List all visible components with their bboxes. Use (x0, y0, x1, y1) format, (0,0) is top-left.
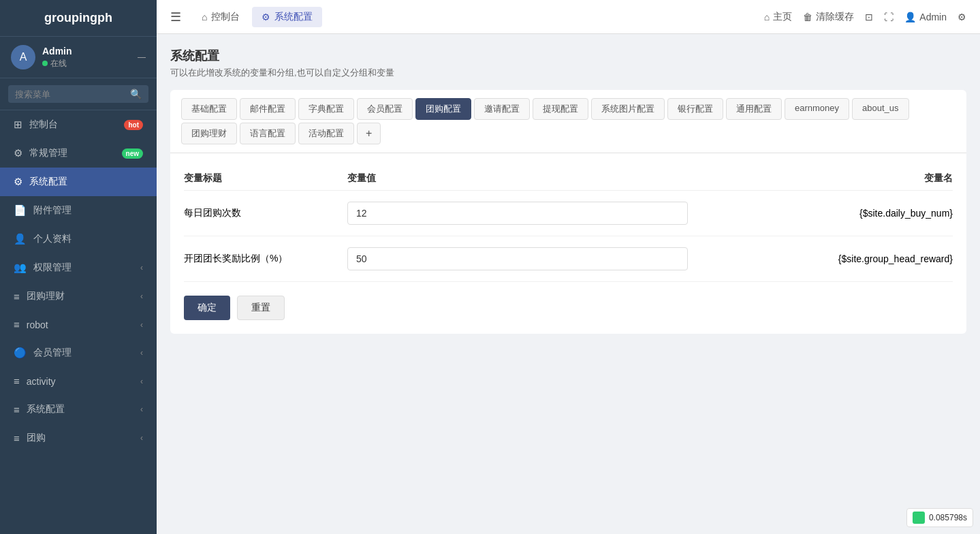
chevron-icon: ‹ (140, 263, 143, 272)
sidebar-item-attachment[interactable]: 📄 附件管理 (0, 196, 157, 225)
header-varname: 变量名 (748, 172, 953, 185)
sidebar-item-label: activity (27, 376, 140, 387)
config-actions: 确定 重置 (184, 296, 953, 320)
sidebar-item-group-finance[interactable]: ≡ 团购理财 ‹ (0, 282, 157, 311)
topbar-tab-sysconfig-tab[interactable]: ⚙系统配置 (252, 7, 322, 27)
sidebar-item-sys-config-2[interactable]: ≡ 系统配置 ‹ (0, 395, 157, 424)
search-icon: 🔍 (130, 89, 142, 99)
sidebar-item-icon: ⊞ (14, 119, 22, 131)
perf-icon (913, 512, 925, 524)
topbar-action-home[interactable]: ⌂主页 (764, 11, 792, 23)
topbar-tab-icon: ⌂ (202, 12, 207, 22)
sidebar-item-label: 系统配置 (27, 403, 140, 415)
row-label: 每日团购次数 (184, 207, 347, 219)
config-tab-withdraw[interactable]: 提现配置 (533, 98, 588, 120)
user-info: Admin 在线 (42, 46, 138, 69)
sidebar-item-label: 会员管理 (33, 347, 140, 359)
tab-add-button[interactable]: + (357, 123, 381, 144)
sidebar-item-label: 个人资料 (33, 233, 143, 245)
sidebar-item-dashboard[interactable]: ⊞ 控制台 hot (0, 110, 157, 139)
row-value (347, 247, 748, 270)
topbar-menu-icon[interactable]: ☰ (170, 10, 181, 25)
sidebar-item-icon: ≡ (14, 319, 20, 330)
row-varname: {$site.group_head_reward} (748, 253, 953, 264)
badge-hot: hot (124, 120, 143, 130)
search-input[interactable] (15, 89, 130, 99)
perf-badge: 0.085798s (906, 508, 973, 527)
sidebar-item-group-buy[interactable]: ≡ 团购 ‹ (0, 424, 157, 452)
action-icon: 🗑 (803, 12, 812, 22)
row-label: 开团团长奖励比例（%） (184, 253, 347, 265)
chevron-icon: ‹ (140, 377, 143, 386)
sidebar-item-icon: ⚙ (14, 147, 22, 159)
sidebar-item-general-mgmt[interactable]: ⚙ 常规管理 new (0, 139, 157, 168)
topbar-action-clear-cache[interactable]: 🗑清除缓存 (803, 11, 854, 23)
action-icon: 👤 (904, 12, 916, 22)
sidebar-item-icon: ≡ (14, 404, 20, 415)
sidebar-item-icon: ≡ (14, 433, 20, 444)
config-tab-invite[interactable]: 邀请配置 (474, 98, 530, 120)
config-tab-image[interactable]: 系统图片配置 (591, 98, 665, 120)
page-title: 系统配置 (170, 48, 966, 64)
topbar-action-avatar[interactable]: 👤Admin (904, 12, 947, 22)
config-tab-earnmoney[interactable]: earnmoney (785, 98, 849, 120)
topbar-action-fullscreen[interactable]: ⛶ (884, 12, 894, 22)
sidebar-item-icon: ≡ (14, 291, 20, 302)
perf-text: 0.085798s (929, 513, 967, 522)
sidebar-item-sys-config[interactable]: ⚙ 系统配置 (0, 168, 157, 196)
chevron-icon: ‹ (140, 292, 143, 301)
sidebar-item-robot[interactable]: ≡ robot ‹ (0, 311, 157, 339)
sidebar-logo: groupingph (0, 0, 157, 37)
sidebar-item-permissions[interactable]: 👥 权限管理 ‹ (0, 253, 157, 282)
sidebar-item-label: 系统配置 (29, 176, 143, 188)
sidebar-item-member-mgmt[interactable]: 🔵 会员管理 ‹ (0, 339, 157, 367)
topbar-tab-dashboard-tab[interactable]: ⌂控制台 (192, 7, 249, 27)
page-header: 系统配置 可以在此增改系统的变量和分组,也可以自定义分组和变量 (170, 48, 966, 79)
main-content: ☰ ⌂控制台⚙系统配置 ⌂主页🗑清除缓存⊡⛶👤Admin⚙ 系统配置 可以在此增… (157, 0, 980, 534)
sidebar-item-label: robot (27, 319, 140, 330)
sidebar-item-label: 附件管理 (33, 204, 143, 217)
config-table-header: 变量标题 变量值 变量名 (184, 167, 953, 191)
user-actions-icon[interactable]: — (138, 52, 146, 62)
header-value: 变量值 (347, 172, 748, 185)
badge-new: new (122, 148, 143, 159)
action-icon: ⚙ (958, 12, 966, 22)
config-tab-basic[interactable]: 基础配置 (181, 98, 237, 120)
search-wrap: 🔍 (8, 85, 148, 103)
topbar-action-icon3[interactable]: ⊡ (865, 12, 873, 22)
config-rows: 每日团购次数 {$site.daily_buy_num} 开团团长奖励比例（%）… (184, 191, 953, 282)
sidebar-item-activity[interactable]: ≡ activity ‹ (0, 367, 157, 395)
config-tab-about[interactable]: about_us (852, 98, 909, 120)
confirm-button[interactable]: 确定 (184, 296, 230, 320)
row-input-0[interactable] (347, 202, 688, 225)
config-card: 变量标题 变量值 变量名 每日团购次数 {$site.daily_buy_num… (170, 153, 966, 334)
sidebar-item-icon: 👥 (14, 262, 27, 274)
config-tab-language[interactable]: 语言配置 (240, 123, 296, 144)
config-tab-email[interactable]: 邮件配置 (240, 98, 296, 120)
topbar-action-settings-icon[interactable]: ⚙ (958, 12, 966, 22)
config-tab-bank[interactable]: 银行配置 (667, 98, 723, 120)
row-value (347, 202, 748, 225)
sidebar-item-icon: 🔵 (14, 347, 27, 359)
sidebar-item-icon: ⚙ (14, 176, 22, 188)
action-label: 主页 (773, 11, 792, 23)
topbar-left: ☰ ⌂控制台⚙系统配置 (170, 7, 322, 27)
topbar: ☰ ⌂控制台⚙系统配置 ⌂主页🗑清除缓存⊡⛶👤Admin⚙ (157, 0, 980, 34)
config-tab-activity-cfg[interactable]: 活动配置 (298, 123, 354, 144)
sidebar-item-icon: 📄 (14, 204, 27, 217)
config-tab-common[interactable]: 通用配置 (726, 98, 782, 120)
row-input-1[interactable] (347, 247, 688, 270)
sidebar-user: A Admin 在线 — (0, 37, 157, 78)
reset-button[interactable]: 重置 (237, 296, 285, 320)
user-name: Admin (42, 46, 138, 57)
topbar-tabs: ⌂控制台⚙系统配置 (192, 7, 322, 27)
action-label: Admin (919, 12, 947, 22)
config-tab-dict[interactable]: 字典配置 (298, 98, 354, 120)
config-tab-member[interactable]: 会员配置 (357, 98, 413, 120)
header-label: 变量标题 (184, 172, 347, 185)
config-tab-group-finance[interactable]: 团购理财 (181, 123, 237, 144)
sidebar-item-icon: ≡ (14, 375, 20, 387)
config-tab-group-buy[interactable]: 团购配置 (415, 98, 471, 120)
sidebar-item-profile[interactable]: 👤 个人资料 (0, 225, 157, 253)
action-icon: ⊡ (865, 12, 873, 22)
